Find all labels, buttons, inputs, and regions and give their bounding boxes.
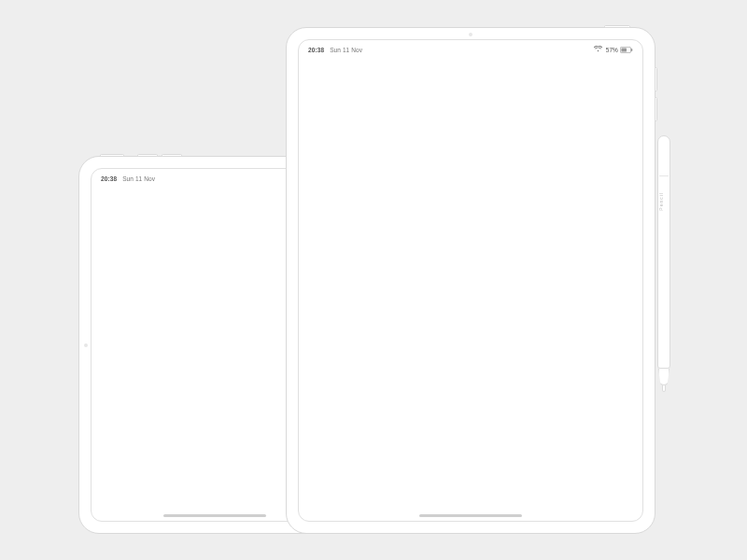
power-button: [100, 154, 124, 157]
status-date: Sun 11 Nov: [330, 47, 362, 53]
status-time: 20:38: [101, 175, 117, 182]
apple-pencil: Pencil: [657, 135, 670, 395]
power-button: [604, 25, 630, 28]
front-camera-icon: [84, 343, 88, 347]
home-indicator[interactable]: [163, 514, 266, 517]
pencil-cap-seam: [659, 175, 669, 176]
battery-icon: [620, 47, 633, 53]
mockup-canvas: 20:38 Sun 11 Nov 20:38 Sun 11 Nov: [0, 0, 747, 560]
pencil-body: Pencil: [657, 135, 670, 369]
wifi-icon: [594, 46, 602, 53]
volume-down-button: [655, 97, 657, 121]
ipad-large-screen[interactable]: 20:38 Sun 11 Nov 57%: [298, 39, 643, 522]
front-camera-icon: [469, 33, 472, 36]
battery-text: 57%: [606, 47, 618, 53]
volume-up-button: [137, 154, 158, 157]
ipad-large-frame: 20:38 Sun 11 Nov 57%: [286, 27, 655, 534]
status-time: 20:38: [308, 47, 324, 53]
status-bar: 20:38 Sun 11 Nov 57%: [308, 44, 633, 55]
battery-indicator: 57%: [606, 47, 633, 53]
svg-rect-1: [631, 49, 632, 51]
volume-up-button: [655, 67, 657, 91]
home-indicator[interactable]: [419, 514, 522, 517]
svg-rect-2: [621, 48, 627, 51]
pencil-tip: [657, 369, 670, 393]
status-date: Sun 11 Nov: [122, 175, 155, 182]
volume-down-button: [162, 154, 182, 157]
pencil-label: Pencil: [658, 192, 671, 211]
